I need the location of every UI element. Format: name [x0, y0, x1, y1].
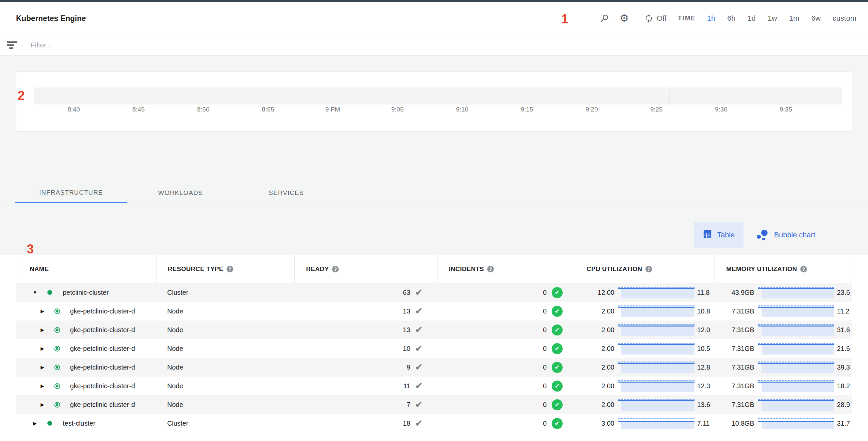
- time-range-6h[interactable]: 6h: [727, 14, 735, 23]
- column-header-memory-utilization[interactable]: MEMORY UTILIZATION?: [714, 255, 851, 283]
- search-icon[interactable]: [599, 13, 609, 23]
- table-row[interactable]: ▶gke-petclinic-cluster-dNode7✔0✔2.0013.6…: [16, 395, 852, 414]
- node-status-ring-dot: [56, 366, 58, 369]
- table-header-row: NAMERESOURCE TYPE?READY?INCIDENTS?CPU UT…: [16, 255, 852, 283]
- help-icon[interactable]: ?: [487, 266, 494, 272]
- timeline-tick-label: 8:40: [68, 106, 80, 113]
- expand-toggle-icon[interactable]: ▶: [38, 383, 47, 389]
- help-icon[interactable]: ?: [800, 266, 807, 272]
- ready-check-icon: ✔: [415, 325, 423, 334]
- table-row[interactable]: ▶gke-petclinic-cluster-dNode11✔0✔2.0012.…: [16, 377, 852, 395]
- resource-name[interactable]: gke-petclinic-cluster-d: [70, 326, 135, 334]
- name-cell: ▶gke-petclinic-cluster-d: [16, 339, 156, 358]
- cpu-utilization-sparkline: [618, 343, 694, 356]
- app-bar-controls: ⚙ Off TIME 1h6h1d1w1m6wcustom: [599, 2, 856, 34]
- time-range-1h[interactable]: 1h: [707, 14, 715, 23]
- timeline-tick-label: 8:45: [132, 106, 145, 113]
- resource-name[interactable]: petclinic-cluster: [63, 289, 109, 296]
- table-view-button[interactable]: Table: [694, 222, 744, 248]
- tab-divider: [0, 204, 868, 204]
- resource-name[interactable]: gke-petclinic-cluster-d: [70, 307, 135, 315]
- resource-name[interactable]: test-cluster: [63, 420, 95, 427]
- annotation-2: 2: [18, 89, 25, 102]
- name-cell: ▶gke-petclinic-cluster-d: [16, 395, 156, 414]
- incidents-ok-icon: ✔: [552, 362, 563, 373]
- memory-utilization-cell: 7.31GB28.9: [715, 395, 852, 414]
- time-range-6w[interactable]: 6w: [811, 14, 820, 23]
- help-icon[interactable]: ?: [332, 266, 339, 272]
- cpu-capacity-label: 12.00: [575, 289, 614, 296]
- sparkline-area-fill: [621, 326, 694, 336]
- column-header-resource-type[interactable]: RESOURCE TYPE?: [156, 255, 295, 283]
- tab-workloads[interactable]: WORKLOADS: [127, 183, 234, 203]
- cpu-capacity-label: 2.00: [575, 401, 614, 409]
- ready-count: 10: [403, 345, 410, 353]
- incidents-cell: 0✔: [437, 377, 575, 395]
- help-icon[interactable]: ?: [645, 266, 652, 272]
- node-status-ring: [54, 364, 60, 370]
- table-row[interactable]: ▶gke-petclinic-cluster-dNode13✔0✔2.0010.…: [16, 302, 852, 321]
- node-status-ring-dot: [56, 328, 58, 331]
- resource-name[interactable]: gke-petclinic-cluster-d: [70, 345, 135, 353]
- column-header-ready[interactable]: READY?: [294, 255, 437, 283]
- sparkline-dashed-limit-line: [618, 361, 694, 362]
- memory-utilization-value: 39.3: [837, 363, 850, 371]
- column-header-label: READY: [306, 265, 329, 273]
- resource-name[interactable]: gke-petclinic-cluster-d: [70, 382, 135, 390]
- expand-toggle-icon[interactable]: ▶: [38, 327, 47, 332]
- time-range-1d[interactable]: 1d: [747, 14, 755, 23]
- table-row[interactable]: ▶gke-petclinic-cluster-dNode10✔0✔2.0010.…: [16, 339, 852, 358]
- table-row[interactable]: ▶gke-petclinic-cluster-dNode13✔0✔2.0012.…: [16, 321, 852, 339]
- expand-toggle-icon[interactable]: ▶: [38, 346, 47, 351]
- auto-refresh-control[interactable]: Off: [644, 14, 666, 23]
- resource-name[interactable]: gke-petclinic-cluster-d: [70, 363, 135, 371]
- node-status-ring: [54, 346, 60, 352]
- sparkline-area-fill: [762, 383, 834, 392]
- filter-input[interactable]: [30, 41, 231, 50]
- column-header-name[interactable]: NAME: [17, 255, 156, 283]
- table-grid-icon: [703, 229, 712, 241]
- timeline-scrubber-strip[interactable]: [34, 87, 842, 105]
- column-header-incidents[interactable]: INCIDENTS?: [437, 255, 575, 283]
- sparkline-dashed-limit-line: [758, 418, 834, 419]
- cpu-utilization-value: 12.3: [697, 382, 710, 390]
- time-range-custom[interactable]: custom: [833, 14, 856, 23]
- settings-gear-icon[interactable]: ⚙: [619, 13, 629, 23]
- column-header-cpu-utilization[interactable]: CPU UTILIZATION?: [575, 255, 715, 283]
- expand-toggle-icon[interactable]: ▶: [31, 421, 39, 426]
- time-range-1m[interactable]: 1m: [789, 14, 799, 23]
- ready-cell: 11✔: [294, 377, 437, 395]
- expand-toggle-icon[interactable]: ▶: [38, 364, 47, 370]
- tab-infrastructure[interactable]: INFRASTRUCTURE: [16, 183, 127, 203]
- memory-capacity-label: 10.8GB: [715, 420, 754, 427]
- ready-check-icon: ✔: [415, 419, 423, 428]
- incidents-cell: 0✔: [437, 339, 575, 358]
- table-row[interactable]: ▼petclinic-clusterCluster63✔0✔12.0011.84…: [16, 283, 852, 302]
- table-body: ▼petclinic-clusterCluster63✔0✔12.0011.84…: [16, 283, 852, 433]
- node-status-ring-dot: [56, 385, 58, 387]
- timeline-tick-label: 9:10: [456, 106, 469, 113]
- name-cell: ▶gke-petclinic-cluster-d: [16, 358, 156, 377]
- collapse-toggle-icon[interactable]: ▼: [31, 290, 39, 295]
- resource-type-value: Node: [167, 363, 183, 371]
- time-range-1w[interactable]: 1w: [768, 14, 777, 23]
- resource-type-cell: Cluster: [156, 283, 294, 302]
- tab-services[interactable]: SERVICES: [234, 183, 338, 203]
- expand-toggle-icon[interactable]: ▶: [38, 308, 47, 314]
- cpu-utilization-cell: 2.0010.5: [575, 339, 715, 358]
- refresh-icon[interactable]: [644, 14, 653, 23]
- node-status-ring: [54, 308, 60, 314]
- node-status-icon: [54, 402, 60, 408]
- memory-utilization-sparkline: [758, 399, 834, 412]
- resource-type-cell: Node: [156, 339, 294, 358]
- expand-toggle-icon[interactable]: ▶: [38, 402, 47, 407]
- table-row[interactable]: ▶test-clusterCluster18✔0✔3.007.1110.8GB3…: [16, 414, 852, 433]
- table-row[interactable]: ▶gke-petclinic-cluster-dNode9✔0✔2.0012.8…: [16, 358, 852, 377]
- resource-type-cell: Node: [156, 321, 294, 339]
- node-status-icon: [54, 308, 60, 314]
- resource-name[interactable]: gke-petclinic-cluster-d: [70, 401, 135, 409]
- incidents-ok-icon: ✔: [552, 343, 563, 354]
- help-icon[interactable]: ?: [226, 266, 233, 272]
- bubble-chart-view-button[interactable]: Bubble chart: [757, 229, 816, 241]
- ready-check-icon: ✔: [415, 288, 423, 297]
